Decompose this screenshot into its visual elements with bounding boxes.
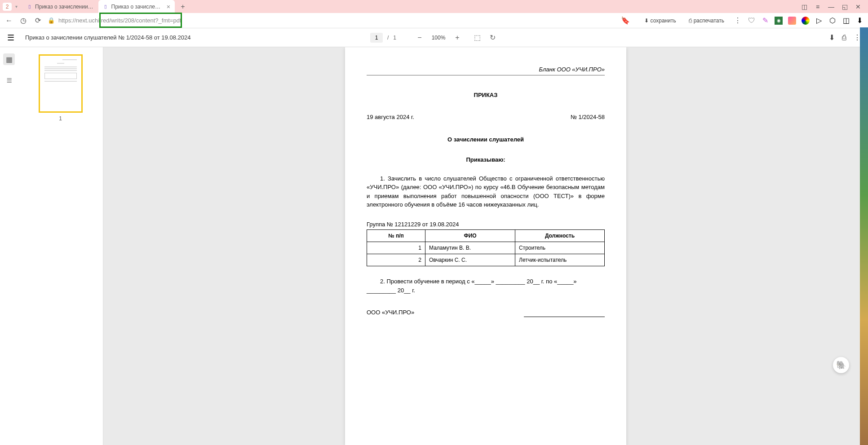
outline-toggle[interactable]: ≣ — [3, 74, 15, 86]
desktop-edge — [860, 27, 868, 445]
print-button[interactable]: ⎙ распечатать — [685, 16, 728, 26]
circle-ext-icon[interactable] — [802, 17, 810, 25]
url-input[interactable]: 🔒 https://next.uchi.red/writs/208/conten… — [48, 14, 616, 27]
green-ext-icon[interactable]: ◉ — [775, 17, 783, 25]
paragraph-1: 1. Зачислить в число слушателей Общество… — [367, 174, 605, 209]
chevron-down-icon[interactable]: ▾ — [15, 4, 18, 9]
download-pdf-button[interactable]: ⬇ — [829, 33, 835, 42]
current-page-input[interactable] — [370, 33, 383, 43]
zoom-in-button[interactable]: + — [452, 32, 463, 43]
thumbnail-page-number: 1 — [59, 115, 62, 122]
order-number: № 1/2024-58 — [571, 113, 605, 122]
page-thumbnail[interactable] — [39, 54, 83, 113]
print-pdf-button[interactable]: ⎙ — [842, 34, 846, 42]
col-header-num: № п/п — [367, 230, 425, 242]
pdf-toolbar: ☰ Приказ о зачислении слушателей № 1/202… — [0, 28, 868, 47]
kebab-icon[interactable]: ⋮ — [733, 16, 742, 25]
cell-name: Маламутин В. В. — [425, 242, 515, 254]
tab-bar: 2 ▾ ▯ Приказ о зачислении слу ▯ Приказ о… — [0, 0, 868, 13]
reload-button[interactable]: ⟳ — [33, 16, 42, 25]
col-header-position: Должность — [515, 230, 605, 242]
lock-icon: 🔒 — [48, 17, 55, 24]
evernote-floating-icon[interactable]: 🐘 — [833, 357, 849, 373]
pdf-page: Бланк ООО «УЧИ.ПРО» ПРИКАЗ 19 августа 20… — [345, 47, 626, 445]
save-label: сохранить — [651, 18, 676, 24]
thumbnails-toggle[interactable]: ▦ — [3, 53, 15, 65]
back-button[interactable]: ← — [4, 16, 13, 25]
group-line: Группа № 12121229 от 19.08.2024 — [367, 220, 605, 229]
order-subject: О зачислении слушателей — [367, 135, 605, 144]
tab-favicon-icon: ▯ — [103, 4, 109, 10]
address-bar: ← ◷ ⟳ 🔒 https://next.uchi.red/writs/208/… — [0, 13, 868, 28]
download-icon: ⬇ — [644, 18, 649, 24]
signer-name: ООО «УЧИ.ПРО» — [367, 308, 414, 317]
maximize-icon[interactable]: ◱ — [841, 3, 848, 10]
cell-name: Овчаркин С. С. — [425, 254, 515, 266]
new-tab-button[interactable]: + — [177, 1, 188, 12]
hamburger-icon[interactable]: ☰ — [7, 33, 14, 43]
tab-favicon-icon: ▯ — [27, 4, 32, 10]
blank-org: Бланк ООО «УЧИ.ПРО» — [367, 65, 605, 75]
close-icon[interactable]: × — [167, 3, 170, 10]
zoom-out-button[interactable]: − — [414, 32, 425, 43]
close-window-icon[interactable]: ✕ — [855, 3, 862, 10]
cell-num: 1 — [367, 242, 425, 254]
table-row: 1 Маламутин В. В. Строитель — [367, 242, 605, 254]
thumbnail-sidebar: 1 — [18, 47, 103, 445]
signature-line — [524, 311, 605, 317]
cell-position: Летчик-испытатель — [515, 254, 605, 266]
page-separator: / — [387, 35, 389, 41]
order-command: Приказываю: — [367, 155, 605, 164]
puzzle-ext-icon[interactable]: ⬡ — [828, 17, 837, 25]
page-viewport[interactable]: Бланк ООО «УЧИ.ПРО» ПРИКАЗ 19 августа 20… — [103, 47, 868, 445]
document-title: Приказ о зачислении слушателей № 1/2024-… — [25, 34, 190, 41]
cell-num: 2 — [367, 254, 425, 266]
clock-icon[interactable]: ◷ — [19, 16, 28, 25]
tab-inactive[interactable]: ▯ Приказ о зачислении слу — [22, 0, 98, 13]
gradient-ext-icon[interactable] — [788, 17, 796, 25]
col-header-fio: ФИО — [425, 230, 515, 242]
paragraph-2: 2. Провести обучение в период с «_____» … — [367, 277, 605, 295]
table-row: 2 Овчаркин С. С. Летчик-испытатель — [367, 254, 605, 266]
rotate-button[interactable]: ↻ — [487, 32, 498, 43]
save-button[interactable]: ⬇ сохранить — [641, 16, 680, 26]
students-table: № п/п ФИО Должность 1 Маламутин В. В. Ст… — [367, 229, 605, 266]
print-label: распечатать — [694, 18, 724, 24]
order-heading: ПРИКАЗ — [367, 91, 605, 100]
tab-title: Приказ о зачислении слу — [35, 4, 94, 10]
tab-title: Приказ о зачислении с — [111, 4, 162, 10]
menu-icon[interactable]: ≡ — [814, 3, 821, 10]
copy-icon[interactable]: ◫ — [801, 3, 808, 10]
url-text: https://next.uchi.red/writs/208/content?… — [58, 17, 182, 24]
fit-page-button[interactable]: ⬚ — [472, 32, 483, 43]
shield-ext-icon[interactable]: 🛡 — [748, 17, 756, 25]
cursor-ext-icon[interactable]: ▷ — [815, 17, 823, 25]
zoom-level[interactable]: 100% — [430, 35, 447, 41]
minimize-icon[interactable]: — — [828, 3, 835, 10]
total-pages: 1 — [393, 35, 396, 41]
tab-active[interactable]: ▯ Приказ о зачислении с × — [98, 0, 175, 13]
tab-count-badge[interactable]: 2 — [3, 3, 12, 11]
sidebar-ext-icon[interactable]: ◫ — [842, 17, 850, 25]
side-rail: ▦ ≣ — [0, 47, 18, 445]
order-date: 19 августа 2024 г. — [367, 113, 414, 122]
bookmark-icon[interactable]: 🔖 — [621, 16, 630, 25]
cell-position: Строитель — [515, 242, 605, 254]
pencil-ext-icon[interactable]: ✎ — [761, 17, 769, 25]
printer-icon: ⎙ — [689, 18, 692, 24]
downloads-icon[interactable]: ⬇ — [855, 17, 864, 25]
